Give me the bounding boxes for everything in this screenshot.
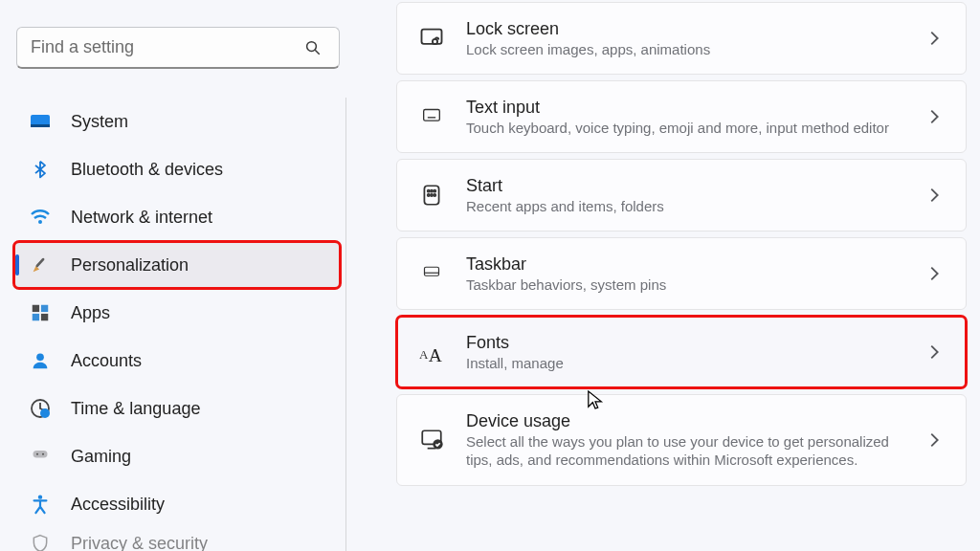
card-desc: Touch keyboard, voice typing, emoji and … [466,119,902,138]
svg-point-16 [38,495,42,498]
sidebar-item-label: Gaming [71,447,131,467]
chevron-right-icon [924,28,945,49]
svg-rect-19 [424,110,440,121]
svg-point-18 [433,39,437,44]
sidebar-divider [345,98,346,551]
sidebar-item-label: System [71,112,128,132]
card-desc: Lock screen images, apps, animations [466,40,902,59]
svg-point-28 [434,190,435,192]
card-desc: Recent apps and items, folders [466,197,902,216]
card-title: Device usage [466,410,902,432]
chevron-right-icon [924,263,945,284]
sidebar-nav: System Bluetooth & devices Network & int… [13,98,346,551]
card-desc: Install, manage [466,354,902,373]
card-text: Text input Touch keyboard, voice typing,… [466,97,902,137]
svg-text:A: A [429,345,442,364]
card-title: Fonts [466,332,902,354]
card-textinput[interactable]: Text input Touch keyboard, voice typing,… [396,80,967,153]
bluetooth-icon [29,158,52,181]
chevron-right-icon [924,430,945,451]
card-fonts[interactable]: AA Fonts Install, manage [396,316,967,388]
svg-point-4 [38,220,42,224]
card-text: Start Recent apps and items, folders [466,175,902,215]
svg-point-27 [431,190,433,192]
sidebar-item-label: Apps [71,303,110,323]
card-text: Fonts Install, manage [466,332,902,372]
svg-point-31 [434,194,435,196]
card-taskbar[interactable]: Taskbar Taskbar behaviors, system pins [396,237,967,310]
svg-point-12 [40,408,50,418]
clock-globe-icon [29,397,52,420]
svg-rect-9 [41,314,48,320]
accessibility-icon [29,493,52,516]
settings-window: System Bluetooth & devices Network & int… [0,0,980,551]
fonts-icon: AA [418,339,445,365]
search-wrap [16,27,346,69]
svg-rect-5 [35,257,45,268]
card-desc: Select all the ways you plan to use your… [466,432,902,470]
gamepad-icon [29,445,52,468]
wifi-icon [29,206,52,229]
taskbar-icon [418,260,445,287]
keyboard-icon [418,103,445,130]
shield-icon [29,532,52,551]
sidebar-item-time[interactable]: Time & language [13,385,341,432]
card-lockscreen[interactable]: Lock screen Lock screen images, apps, an… [396,2,967,75]
svg-rect-6 [33,305,39,312]
lockscreen-icon [418,25,445,52]
chevron-right-icon [924,342,945,363]
sidebar-item-apps[interactable]: Apps [13,289,341,337]
sidebar-item-label: Bluetooth & devices [71,160,223,180]
sidebar-item-bluetooth[interactable]: Bluetooth & devices [13,145,341,193]
card-title: Taskbar [466,253,902,276]
sidebar-item-label: Time & language [71,399,200,419]
card-text: Taskbar Taskbar behaviors, system pins [466,253,902,294]
sidebar-item-label: Privacy & security [71,534,208,552]
svg-rect-3 [31,124,50,127]
sidebar-item-accounts[interactable]: Accounts [13,337,341,385]
chevron-right-icon [924,106,945,127]
sidebar-item-network[interactable]: Network & internet [13,193,341,241]
sidebar-item-label: Accessibility [71,495,165,515]
card-text: Lock screen Lock screen images, apps, an… [466,18,902,58]
sidebar: System Bluetooth & devices Network & int… [0,0,360,551]
sidebar-item-accessibility[interactable]: Accessibility [13,480,341,528]
sidebar-item-gaming[interactable]: Gaming [13,432,341,480]
card-desc: Taskbar behaviors, system pins [466,276,902,295]
svg-point-15 [42,453,44,455]
svg-point-26 [428,190,430,192]
person-icon [29,349,52,372]
card-title: Lock screen [466,18,902,40]
svg-text:A: A [419,347,429,362]
card-text: Device usage Select all the ways you pla… [466,410,902,470]
card-start[interactable]: Start Recent apps and items, folders [396,159,967,231]
svg-rect-25 [424,186,438,205]
system-icon [29,110,52,133]
svg-point-29 [428,194,430,196]
start-icon [418,182,445,209]
svg-line-1 [315,50,320,55]
card-title: Start [466,175,902,197]
chevron-right-icon [924,185,945,206]
sidebar-item-label: Accounts [71,351,142,371]
search-icon [304,39,322,56]
svg-rect-32 [425,267,439,276]
sidebar-item-system[interactable]: System [13,98,341,145]
svg-point-30 [431,194,433,196]
sidebar-item-personalization[interactable]: Personalization [13,241,341,289]
sidebar-item-privacy[interactable]: Privacy & security [13,528,341,551]
sidebar-item-label: Network & internet [71,208,212,228]
svg-point-0 [307,42,317,52]
svg-rect-13 [33,451,48,458]
main-panel: Lock screen Lock screen images, apps, an… [360,0,980,551]
card-deviceusage[interactable]: Device usage Select all the ways you pla… [396,394,967,486]
deviceusage-icon [418,427,445,453]
paintbrush-icon [29,253,52,276]
card-title: Text input [466,97,902,119]
sidebar-item-label: Personalization [71,255,189,276]
search-input[interactable] [16,27,340,69]
apps-icon [29,301,52,324]
svg-rect-7 [41,305,48,312]
svg-point-10 [36,353,44,361]
svg-point-14 [36,453,38,455]
